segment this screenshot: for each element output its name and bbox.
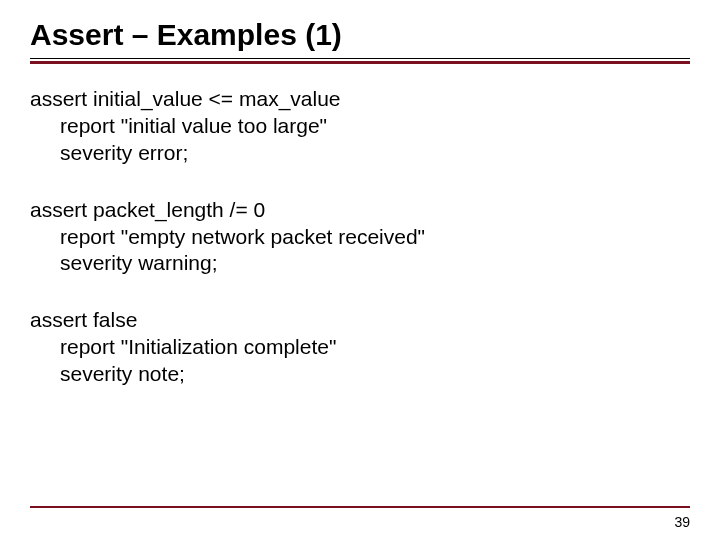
slide: Assert – Examples (1) assert initial_val… — [0, 0, 720, 540]
page-title: Assert – Examples (1) — [30, 18, 690, 52]
footer-rule — [30, 506, 690, 508]
code-block: assert initial_value <= max_value report… — [30, 86, 690, 167]
rule-thick — [30, 61, 690, 64]
code-line: report "Initialization complete" — [30, 334, 690, 361]
rule-thin — [30, 58, 690, 59]
code-line: assert packet_length /= 0 — [30, 197, 690, 224]
code-line: severity warning; — [30, 250, 690, 277]
code-line: report "empty network packet received" — [30, 224, 690, 251]
code-line: assert initial_value <= max_value — [30, 86, 690, 113]
content: assert initial_value <= max_value report… — [30, 86, 690, 388]
code-block: assert packet_length /= 0 report "empty … — [30, 197, 690, 278]
title-rule — [30, 58, 690, 64]
code-line: assert false — [30, 307, 690, 334]
code-line: severity note; — [30, 361, 690, 388]
code-line: severity error; — [30, 140, 690, 167]
code-line: report "initial value too large" — [30, 113, 690, 140]
code-block: assert false report "Initialization comp… — [30, 307, 690, 388]
page-number: 39 — [674, 514, 690, 530]
